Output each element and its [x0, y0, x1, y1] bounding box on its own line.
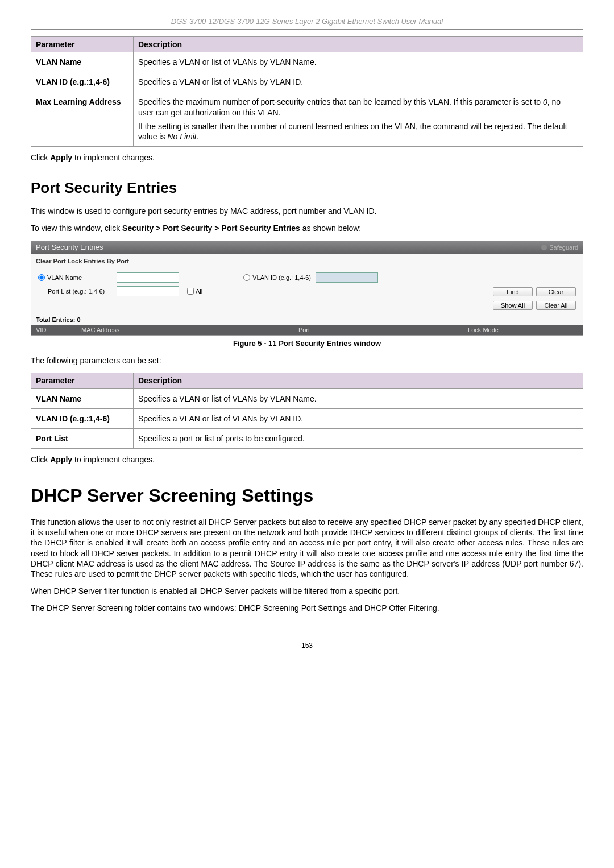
form-buttons: Find Clear [493, 272, 576, 296]
vlan-id-row: VLAN ID (e.g.: 1,4-6) [243, 272, 378, 283]
filter-form: VLAN Name Port List (e.g.: 1,4-6) All VL… [31, 267, 583, 299]
vlan-id-input[interactable] [316, 272, 378, 283]
bold-text: Apply [50, 153, 72, 162]
col-header-parameter: Parameter [31, 36, 134, 52]
safeguard-badge: Safeguard [541, 243, 578, 251]
col-header-description: Description [134, 373, 583, 388]
figure-caption: Figure 5 - 11 Port Security Entries wind… [31, 339, 583, 349]
desc-italic: 0 [543, 97, 547, 106]
header-divider [31, 29, 583, 30]
col-header-description: Description [134, 36, 583, 52]
col-header-parameter: Parameter [31, 373, 134, 388]
port-security-panel: Port Security Entries Safeguard Clear Po… [31, 241, 583, 336]
text: To view this window, click [31, 224, 122, 233]
port-list-row: Port List (e.g.: 1,4-6) All [38, 286, 202, 296]
vlan-name-radio-label[interactable]: VLAN Name [38, 274, 112, 282]
dhcp-para-3: The DHCP Server Screening folder contain… [31, 603, 583, 613]
vlan-name-radio[interactable] [38, 274, 45, 281]
parameter-table-1: Parameter Description VLAN Name Specifie… [31, 36, 583, 147]
desc-max-learning: Specifies the maximum number of port-sec… [134, 92, 583, 147]
safeguard-label: Safeguard [549, 243, 578, 251]
param-vlan-id: VLAN ID (e.g.:1,4-6) [31, 72, 134, 92]
all-label: All [196, 287, 202, 295]
section-heading-dhcp: DHCP Server Screening Settings [31, 484, 583, 508]
desc-port-list: Specifies a port or list of ports to be … [134, 428, 583, 448]
text: as shown below: [300, 224, 361, 233]
text: to implement changes. [72, 455, 155, 464]
all-checkbox-wrap[interactable]: All [187, 287, 202, 295]
panel-sublabel: Clear Port Lock Entries By Port [31, 254, 583, 266]
total-entries-label: Total Entries: 0 [31, 315, 583, 325]
apply-instruction-2: Click Apply to implement changes. [31, 454, 583, 465]
desc-vlan-id: Specifies a VLAN or list of VLANs by VLA… [134, 408, 583, 428]
page-number: 153 [31, 642, 583, 651]
param-vlan-name: VLAN Name [31, 388, 134, 408]
param-max-learning: Max Learning Address [31, 92, 134, 147]
vlan-name-input[interactable] [117, 272, 179, 283]
manual-header: DGS-3700-12/DGS-3700-12G Series Layer 2 … [31, 17, 583, 27]
bold-text: Apply [50, 455, 72, 464]
dhcp-para-2: When DHCP Server filter function is enab… [31, 586, 583, 596]
parameter-table-2: Parameter Description VLAN Name Specifie… [31, 373, 583, 449]
text: Click [31, 455, 50, 464]
find-button[interactable]: Find [493, 287, 533, 296]
show-all-button[interactable]: Show All [493, 301, 533, 310]
text: Click [31, 153, 50, 162]
panel-title: Port Security Entries [36, 243, 103, 253]
dhcp-para-1: This function allows the user to not onl… [31, 517, 583, 579]
table-row: Max Learning Address Specifies the maxim… [31, 92, 583, 147]
vlan-id-radio[interactable] [243, 274, 250, 281]
form-left-col: VLAN Name Port List (e.g.: 1,4-6) All [38, 272, 202, 296]
desc-italic2: No Limit. [167, 132, 198, 141]
text: to implement changes. [72, 153, 155, 162]
secondary-buttons: Show All Clear All [31, 299, 583, 315]
param-vlan-id: VLAN ID (e.g.:1,4-6) [31, 408, 134, 428]
port-list-input[interactable] [117, 286, 179, 296]
port-list-label: Port List (e.g.: 1,4-6) [38, 287, 112, 295]
params-intro: The following parameters can be set: [31, 356, 583, 366]
param-vlan-name: VLAN Name [31, 52, 134, 72]
apply-instruction: Click Apply to implement changes. [31, 152, 583, 163]
desc-vlan-name: Specifies a VLAN or list of VLANs by VLA… [134, 388, 583, 408]
table-row: VLAN ID (e.g.:1,4-6) Specifies a VLAN or… [31, 408, 583, 428]
entries-column-header: VID MAC Address Port Lock Mode [31, 325, 583, 335]
vlan-id-label-text: VLAN ID (e.g.: 1,4-6) [252, 274, 311, 282]
intro-text: This window is used to configure port se… [31, 206, 583, 216]
table-row: VLAN Name Specifies a VLAN or list of VL… [31, 388, 583, 408]
col-port: Port [225, 325, 384, 335]
desc-vlan-id: Specifies a VLAN or list of VLANs by VLA… [134, 72, 583, 92]
param-port-list: Port List [31, 428, 134, 448]
section-heading-port-security: Port Security Entries [31, 179, 583, 198]
table-row: VLAN ID (e.g.:1,4-6) Specifies a VLAN or… [31, 72, 583, 92]
vlan-id-radio-label[interactable]: VLAN ID (e.g.: 1,4-6) [243, 274, 311, 282]
nav-instruction: To view this window, click Security > Po… [31, 223, 583, 233]
desc-text: Specifies the maximum number of port-sec… [138, 97, 543, 106]
desc-vlan-name: Specifies a VLAN or list of VLANs by VLA… [134, 52, 583, 72]
panel-header: Port Security Entries Safeguard [31, 241, 583, 254]
table-row: VLAN Name Specifies a VLAN or list of VL… [31, 52, 583, 72]
clear-all-button[interactable]: Clear All [536, 301, 576, 310]
col-vid: VID [31, 325, 77, 335]
vlan-name-row: VLAN Name [38, 272, 202, 283]
bold-text: Security > Port Security > Port Security… [122, 224, 300, 233]
col-lockmode: Lock Mode [384, 325, 583, 335]
safeguard-icon [541, 245, 547, 250]
desc-text2: If the setting is smaller than the numbe… [138, 122, 567, 141]
all-checkbox[interactable] [187, 288, 194, 295]
table-row: Port List Specifies a port or list of po… [31, 428, 583, 448]
col-mac: MAC Address [77, 325, 225, 335]
vlan-name-label-text: VLAN Name [47, 274, 82, 282]
clear-button[interactable]: Clear [536, 287, 576, 296]
